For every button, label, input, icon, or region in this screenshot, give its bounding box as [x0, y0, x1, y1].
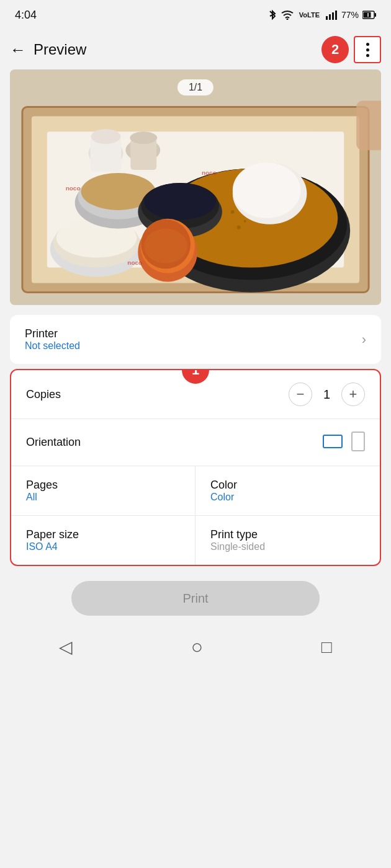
bottom-nav: ◁ ○ □ — [0, 626, 391, 673]
copies-count: 1 — [323, 388, 330, 402]
portrait-button[interactable] — [351, 432, 365, 453]
print-button-container: Print — [0, 566, 391, 626]
signal-icon — [325, 10, 338, 20]
print-type-value: Single-sided — [210, 541, 365, 552]
image-preview: 1/1 — [10, 69, 381, 305]
wifi-icon — [281, 10, 294, 20]
portrait-icon — [351, 432, 365, 451]
decrement-button[interactable]: − — [289, 383, 312, 406]
svg-rect-2 — [329, 14, 331, 20]
three-dots-icon — [366, 43, 369, 57]
pages-label: Pages — [26, 479, 180, 492]
pages-color-row: Pages All Color Color — [11, 466, 380, 516]
svg-point-0 — [286, 19, 288, 20]
svg-text:noco: noco — [202, 169, 217, 176]
step-badge-2: 2 — [321, 36, 349, 63]
svg-point-38 — [91, 129, 121, 144]
orientation-row: Orientation — [11, 419, 380, 466]
more-menu-button[interactable] — [354, 36, 381, 63]
printer-section: Printer Not selected › — [10, 315, 381, 364]
paper-size-label: Paper size — [26, 528, 180, 541]
home-nav-button[interactable]: ○ — [191, 636, 203, 658]
copies-label: Copies — [26, 388, 61, 401]
printer-value: Not selected — [25, 340, 80, 352]
status-icons: VoLTE 77% — [267, 9, 376, 21]
color-col[interactable]: Color Color — [196, 466, 380, 515]
printer-label: Printer — [25, 327, 80, 340]
svg-rect-4 — [335, 11, 337, 20]
recent-nav-button[interactable]: □ — [321, 637, 332, 657]
options-box: 1 Copies − 1 + Orientation Pages — [10, 369, 381, 566]
page-title: Preview — [34, 41, 86, 58]
bluetooth-icon — [267, 9, 277, 21]
back-nav-button[interactable]: ◁ — [59, 637, 73, 657]
back-button[interactable]: ← — [10, 40, 26, 60]
paper-size-value: ISO A4 — [26, 541, 180, 552]
svg-text:noco: noco — [127, 259, 142, 266]
color-label: Color — [210, 479, 365, 492]
printer-row[interactable]: Printer Not selected › — [10, 315, 381, 364]
svg-rect-7 — [364, 12, 371, 18]
svg-rect-45 — [356, 100, 381, 150]
svg-point-31 — [144, 183, 216, 220]
pages-col[interactable]: Pages All — [11, 466, 196, 515]
color-value: Color — [210, 492, 365, 503]
printer-chevron-icon: › — [362, 332, 366, 348]
orientation-label: Orientation — [26, 436, 81, 449]
printer-info: Printer Not selected — [25, 327, 80, 352]
print-button[interactable]: Print — [71, 581, 320, 616]
svg-rect-3 — [332, 12, 334, 20]
food-image: noco noco noco — [10, 69, 381, 305]
svg-text:noco: noco — [66, 185, 81, 192]
svg-point-41 — [130, 131, 157, 144]
svg-point-22 — [233, 162, 301, 218]
print-type-label: Print type — [210, 528, 365, 541]
lte-icon: VoLTE — [297, 11, 321, 19]
top-bar-left: ← Preview — [10, 40, 86, 60]
paper-printtype-row: Paper size ISO A4 Print type Single-side… — [11, 516, 380, 565]
svg-rect-6 — [375, 13, 377, 17]
top-bar-right: 2 — [321, 36, 381, 63]
status-time: 4:04 — [15, 9, 37, 22]
svg-point-16 — [231, 210, 235, 214]
svg-rect-1 — [326, 16, 328, 20]
svg-point-20 — [237, 226, 241, 229]
paper-size-col[interactable]: Paper size ISO A4 — [11, 516, 196, 565]
top-bar: ← Preview 2 — [0, 30, 391, 69]
print-type-col[interactable]: Print type Single-sided — [196, 516, 380, 565]
page-count: 1/1 — [178, 79, 213, 95]
battery-icon — [362, 11, 376, 19]
battery-text: 77% — [341, 10, 359, 20]
copies-control: − 1 + — [289, 383, 365, 406]
svg-point-35 — [144, 229, 187, 264]
pages-value: All — [26, 492, 180, 503]
orientation-control — [323, 432, 365, 453]
landscape-icon — [323, 435, 343, 448]
svg-point-17 — [244, 220, 246, 223]
increment-button[interactable]: + — [341, 383, 365, 406]
status-bar: 4:04 VoLTE 77% — [0, 0, 391, 30]
landscape-button[interactable] — [323, 435, 343, 450]
